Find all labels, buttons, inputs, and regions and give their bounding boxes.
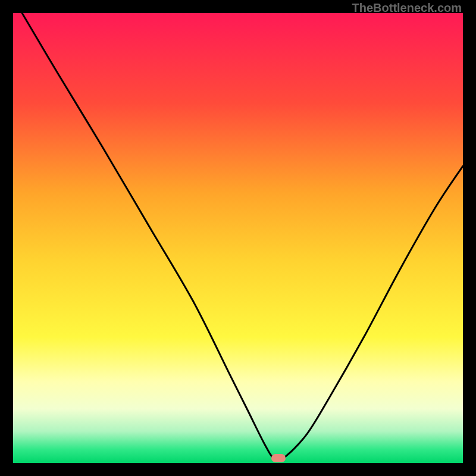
- optimal-point-marker: [271, 454, 286, 462]
- plot-area: [13, 13, 463, 463]
- watermark-text: TheBottleneck.com: [352, 1, 462, 15]
- chart-container: TheBottleneck.com: [0, 0, 476, 476]
- bottleneck-curve: [22, 13, 463, 461]
- curve-layer: [13, 13, 463, 463]
